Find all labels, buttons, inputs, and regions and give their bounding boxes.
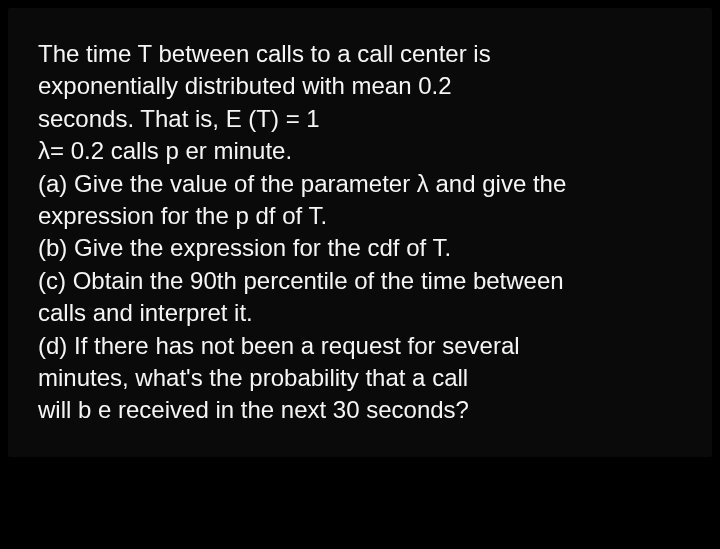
part-b-line-1: (b) Give the expression for the cdf of T…: [38, 232, 682, 264]
intro-line-1: The time T between calls to a call cente…: [38, 38, 682, 70]
part-d-line-3: will b e received in the next 30 seconds…: [38, 394, 682, 426]
intro-line-2: exponentially distributed with mean 0.2: [38, 70, 682, 102]
intro-line-3: seconds. That is, E (T) = 1: [38, 103, 682, 135]
part-d-line-1: (d) If there has not been a request for …: [38, 330, 682, 362]
part-a-line-2: expression for the p df of T.: [38, 200, 682, 232]
problem-container: The time T between calls to a call cente…: [8, 8, 712, 457]
problem-text: The time T between calls to a call cente…: [38, 38, 682, 427]
part-c-line-2: calls and interpret it.: [38, 297, 682, 329]
part-a-line-1: (a) Give the value of the parameter λ an…: [38, 168, 682, 200]
part-d-line-2: minutes, what's the probability that a c…: [38, 362, 682, 394]
intro-line-4: λ= 0.2 calls p er minute.: [38, 135, 682, 167]
part-c-line-1: (c) Obtain the 90th percentile of the ti…: [38, 265, 682, 297]
